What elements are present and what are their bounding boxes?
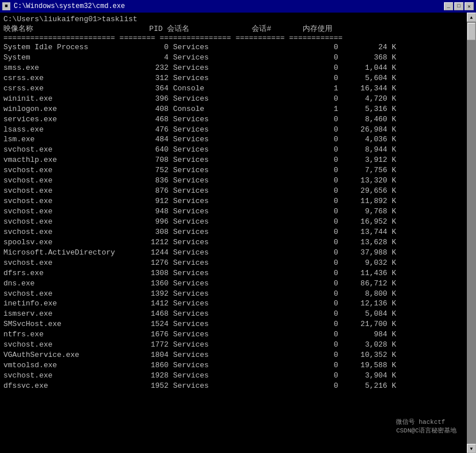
terminal-content: C:\Users\liukaifeng01>tasklist 映像名称 PID … bbox=[0, 13, 467, 453]
watermark: 微信号 hackctf CSDN@C语言秘密基地 bbox=[394, 416, 459, 436]
table-row: winlogon.exe 408 Console 1 5,316 K bbox=[3, 104, 463, 114]
table-row: csrss.exe 312 Services 0 5,604 K bbox=[3, 73, 463, 84]
scroll-thumb[interactable] bbox=[467, 23, 475, 40]
table-row: spoolsv.exe 1212 Services 0 13,628 K bbox=[3, 237, 463, 248]
table-row: Microsoft.ActiveDirectory 1244 Services … bbox=[3, 248, 463, 258]
table-row: svchost.exe 912 Services 0 11,892 K bbox=[3, 196, 463, 206]
column-header: 映像名称 PID 会话名 会话# 内存使用 bbox=[3, 23, 463, 34]
scroll-track[interactable] bbox=[467, 22, 476, 444]
scroll-down-button[interactable]: ▼ bbox=[467, 444, 476, 453]
cmd-icon: ■ bbox=[2, 2, 10, 10]
scrollbar[interactable]: ▲ ▼ bbox=[467, 13, 476, 453]
command-prompt: C:\Users\liukaifeng01>tasklist bbox=[3, 15, 463, 23]
table-row: vmacthlp.exe 708 Services 0 3,912 K bbox=[3, 155, 463, 165]
table-row: SMSvcHost.exe 1524 Services 0 21,700 K bbox=[3, 319, 463, 329]
table-row: inetinfo.exe 1412 Services 0 12,136 K bbox=[3, 299, 463, 309]
scroll-up-button[interactable]: ▲ bbox=[467, 13, 476, 22]
process-list: System Idle Process 0 Services 0 24 KSys… bbox=[3, 42, 463, 391]
table-row: smss.exe 232 Services 0 1,044 K bbox=[3, 63, 463, 73]
table-row: ismserv.exe 1468 Services 0 5,084 K bbox=[3, 309, 463, 319]
table-row: lsm.exe 484 Services 0 4,036 K bbox=[3, 134, 463, 145]
table-row: System 4 Services 0 368 K bbox=[3, 53, 463, 63]
table-row: dfssvc.exe 1952 Services 0 5,216 K bbox=[3, 381, 463, 391]
table-row: System Idle Process 0 Services 0 24 K bbox=[3, 42, 463, 53]
table-row: ntfrs.exe 1676 Services 0 984 K bbox=[3, 329, 463, 340]
close-button[interactable]: ✕ bbox=[465, 2, 474, 10]
watermark-line1: 微信号 hackctf bbox=[396, 418, 457, 426]
table-row: wininit.exe 396 Services 0 4,720 K bbox=[3, 94, 463, 104]
window-controls[interactable]: _ □ ✕ bbox=[444, 2, 474, 10]
watermark-line2: CSDN@C语言秘密基地 bbox=[396, 426, 457, 435]
separator: ========================= ======== =====… bbox=[3, 34, 463, 42]
table-row: svchost.exe 948 Services 0 9,768 K bbox=[3, 206, 463, 217]
titlebar-left: ■ C:\Windows\system32\cmd.exe bbox=[2, 2, 125, 10]
table-row: svchost.exe 1772 Services 0 3,028 K bbox=[3, 340, 463, 350]
table-row: VGAuthService.exe 1804 Services 0 10,352… bbox=[3, 350, 463, 360]
table-row: svchost.exe 308 Services 0 13,744 K bbox=[3, 227, 463, 237]
table-row: svchost.exe 640 Services 0 8,944 K bbox=[3, 145, 463, 155]
table-row: lsass.exe 476 Services 0 26,984 K bbox=[3, 125, 463, 135]
table-row: svchost.exe 1928 Services 0 3,904 K bbox=[3, 371, 463, 381]
table-row: svchost.exe 752 Services 0 7,756 K bbox=[3, 165, 463, 176]
minimize-button[interactable]: _ bbox=[444, 2, 453, 10]
table-row: services.exe 468 Services 0 8,460 K bbox=[3, 114, 463, 125]
table-row: dfsrs.exe 1308 Services 0 11,436 K bbox=[3, 268, 463, 279]
table-row: svchost.exe 876 Services 0 29,656 K bbox=[3, 186, 463, 196]
titlebar: ■ C:\Windows\system32\cmd.exe _ □ ✕ bbox=[0, 0, 476, 13]
table-row: dns.exe 1360 Services 0 86,712 K bbox=[3, 279, 463, 289]
table-row: svchost.exe 836 Services 0 13,320 K bbox=[3, 176, 463, 186]
table-row: svchost.exe 996 Services 0 16,952 K bbox=[3, 217, 463, 227]
table-row: vmtoolsd.exe 1860 Services 0 19,588 K bbox=[3, 360, 463, 371]
table-row: svchost.exe 1392 Services 0 8,800 K bbox=[3, 289, 463, 299]
restore-button[interactable]: □ bbox=[454, 2, 463, 10]
window-title: C:\Windows\system32\cmd.exe bbox=[14, 2, 125, 10]
table-row: csrss.exe 364 Console 1 16,344 K bbox=[3, 84, 463, 94]
table-row: svchost.exe 1276 Services 0 9,032 K bbox=[3, 258, 463, 268]
